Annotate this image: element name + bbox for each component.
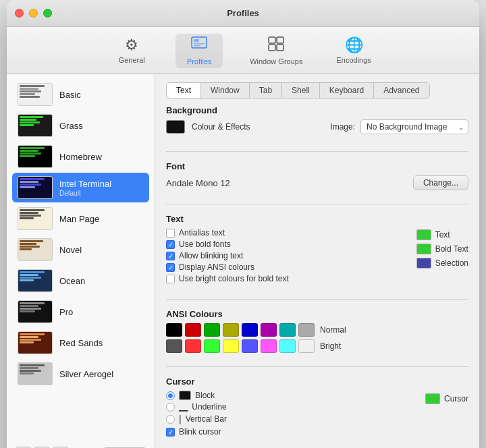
tab-shell[interactable]: Shell bbox=[282, 83, 320, 98]
sidebar-item-redsands[interactable]: Red Sands bbox=[12, 328, 149, 358]
sidebar: Basic Grass bbox=[7, 74, 155, 448]
cursor-block-radio[interactable] bbox=[166, 391, 175, 400]
window-groups-icon bbox=[268, 36, 284, 55]
ansi-checkbox[interactable]: ✓ bbox=[166, 263, 175, 272]
change-font-button[interactable]: Change... bbox=[413, 175, 468, 190]
toolbar-item-window-groups[interactable]: Window Groups bbox=[243, 34, 309, 68]
sidebar-item-grass[interactable]: Grass bbox=[12, 111, 149, 140]
ansi-b1[interactable] bbox=[185, 339, 201, 353]
cursor-color-col: Cursor bbox=[425, 391, 468, 439]
ansi-n3[interactable] bbox=[223, 323, 239, 337]
sidebar-item-homebrew[interactable]: Homebrew bbox=[12, 142, 149, 171]
maximize-button[interactable] bbox=[43, 9, 52, 18]
ansi-section: ANSI Colours Normal bbox=[166, 309, 468, 353]
titlebar: Profiles bbox=[7, 0, 479, 27]
background-color-swatch[interactable] bbox=[166, 120, 185, 134]
selection-color-swatch[interactable] bbox=[416, 258, 431, 269]
checkbox-ansi-row: ✓ Display ANSI colours bbox=[166, 262, 403, 272]
profile-thumb-intel bbox=[18, 176, 53, 199]
toolbar-item-encodings[interactable]: 🌐 Encodings bbox=[329, 34, 377, 68]
profile-thumb-grass bbox=[18, 114, 53, 137]
cursor-two-col: Block __ Underline | Vertical Bar bbox=[166, 391, 468, 439]
cursor-block-row: Block bbox=[166, 391, 412, 400]
ansi-label: Display ANSI colours bbox=[179, 262, 254, 272]
ansi-n2[interactable] bbox=[204, 323, 220, 337]
window-title: Profiles bbox=[227, 8, 259, 18]
ansi-bright-row: Bright bbox=[166, 339, 468, 353]
ansi-b4[interactable] bbox=[242, 339, 258, 353]
bold-checkbox[interactable]: ✓ bbox=[166, 240, 175, 249]
checkbox-bright-row: Use bright colours for bold text bbox=[166, 274, 403, 283]
profile-thumb-homebrew bbox=[18, 145, 53, 168]
cursor-vbar-row: | Vertical Bar bbox=[166, 414, 412, 424]
toolbar: ⚙ General Profiles bbox=[7, 27, 479, 74]
svg-rect-1 bbox=[194, 39, 199, 42]
blink-cursor-checkbox[interactable]: ✓ bbox=[166, 428, 175, 437]
ansi-b5[interactable] bbox=[261, 339, 277, 353]
main-window: Profiles ⚙ General Profiles bbox=[7, 0, 479, 448]
toolbar-item-general[interactable]: ⚙ General bbox=[108, 34, 155, 68]
toolbar-item-profiles[interactable]: Profiles bbox=[176, 34, 223, 68]
ansi-n6[interactable] bbox=[279, 323, 296, 337]
minimize-button[interactable] bbox=[29, 9, 38, 18]
ansi-b2[interactable] bbox=[204, 339, 220, 353]
ansi-b6[interactable] bbox=[279, 339, 296, 353]
cursor-section: Cursor Block __ Underline bbox=[166, 376, 468, 439]
ansi-n7[interactable] bbox=[298, 323, 315, 337]
cursor-underline-radio[interactable] bbox=[166, 403, 175, 412]
tab-tab[interactable]: Tab bbox=[250, 83, 282, 98]
sidebar-item-ocean[interactable]: Ocean bbox=[12, 266, 149, 296]
profile-thumb-silver bbox=[18, 362, 53, 385]
svg-rect-2 bbox=[194, 43, 205, 45]
ansi-n5[interactable] bbox=[261, 323, 277, 337]
divider-1 bbox=[166, 151, 468, 152]
tab-text[interactable]: Text bbox=[167, 83, 201, 98]
sidebar-item-manpage[interactable]: Man Page bbox=[12, 204, 149, 233]
cursor-block-swatch bbox=[179, 391, 191, 400]
traffic-lights bbox=[15, 9, 52, 18]
svg-rect-7 bbox=[277, 45, 284, 51]
ansi-n4[interactable] bbox=[242, 323, 258, 337]
ansi-n1[interactable] bbox=[185, 323, 201, 337]
bold-text-color-swatch[interactable] bbox=[416, 244, 431, 254]
tab-keyboard[interactable]: Keyboard bbox=[320, 83, 374, 98]
ansi-b7[interactable] bbox=[298, 339, 315, 353]
ansi-b0[interactable] bbox=[166, 339, 182, 353]
ansi-bright-label: Bright bbox=[320, 341, 341, 351]
font-section: Font Andale Mono 12 Change... bbox=[166, 161, 468, 190]
text-checkboxes-col: Antialias text ✓ Use bold fonts ✓ Allow … bbox=[166, 228, 403, 285]
blink-cursor-label: Blink cursor bbox=[179, 427, 221, 437]
background-section: Background Colour & Effects Image: No Ba… bbox=[166, 105, 468, 138]
background-image-row: Image: No Background Image bbox=[330, 119, 468, 134]
text-two-col: Antialias text ✓ Use bold fonts ✓ Allow … bbox=[166, 228, 468, 285]
divider-2 bbox=[166, 204, 468, 204]
close-button[interactable] bbox=[15, 9, 24, 18]
image-label: Image: bbox=[330, 122, 355, 132]
sidebar-item-novel[interactable]: Novel bbox=[12, 235, 149, 264]
background-color-label: Colour & Effects bbox=[192, 122, 250, 132]
antialias-checkbox[interactable] bbox=[166, 229, 175, 237]
font-section-title: Font bbox=[166, 161, 468, 171]
tab-advanced[interactable]: Advanced bbox=[374, 83, 429, 98]
text-color-swatch[interactable] bbox=[416, 229, 431, 240]
svg-rect-0 bbox=[192, 37, 207, 48]
sidebar-item-basic[interactable]: Basic bbox=[12, 80, 149, 109]
cursor-vbar-radio[interactable] bbox=[166, 415, 175, 424]
ansi-normal-label: Normal bbox=[320, 325, 346, 335]
ansi-b3[interactable] bbox=[223, 339, 239, 353]
profile-thumb-pro bbox=[18, 300, 53, 323]
background-image-dropdown[interactable]: No Background Image bbox=[360, 119, 468, 134]
checkbox-antialias-row: Antialias text bbox=[166, 228, 403, 237]
ansi-n0[interactable] bbox=[166, 323, 182, 337]
sidebar-item-intel[interactable]: Intel Terminal Default bbox=[12, 173, 149, 202]
tab-window[interactable]: Window bbox=[201, 83, 250, 98]
cursor-color-swatch[interactable] bbox=[425, 393, 440, 404]
blink-checkbox[interactable]: ✓ bbox=[166, 252, 175, 260]
sidebar-item-pro[interactable]: Pro bbox=[12, 297, 149, 327]
sidebar-bottom-bar: + − ⚙▾ Default bbox=[12, 444, 149, 448]
background-section-title: Background bbox=[166, 105, 468, 115]
bright-checkbox[interactable] bbox=[166, 275, 175, 283]
profiles-icon bbox=[191, 36, 207, 55]
sidebar-item-silver[interactable]: Silver Aerogel bbox=[12, 359, 149, 389]
cursor-options-col: Block __ Underline | Vertical Bar bbox=[166, 391, 412, 439]
